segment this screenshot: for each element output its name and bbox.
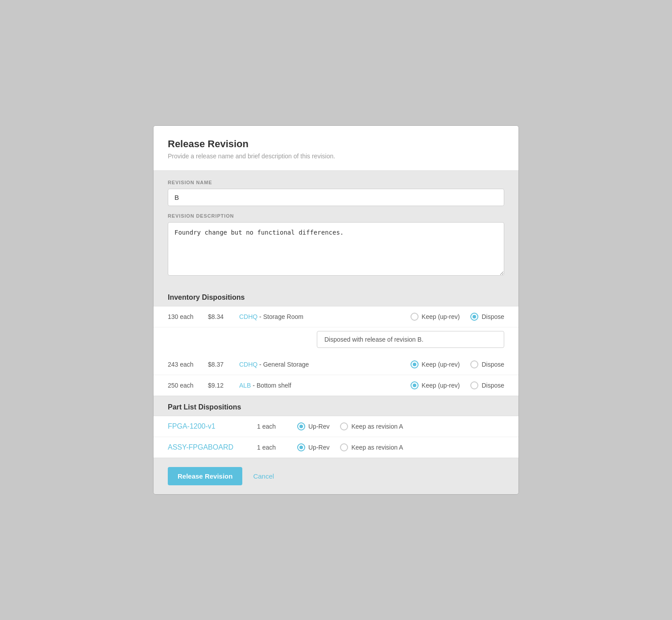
inventory-location-3: ALB - Bottom shelf [239, 382, 402, 389]
modal-subtitle: Provide a release name and brief descrip… [168, 153, 504, 160]
partlist-table: FPGA-1200-v1 1 each Up-Rev Keep as revis… [153, 416, 519, 458]
dispose-note-box-1: Disposed with release of revision B. [317, 331, 504, 348]
revision-name-input[interactable] [168, 189, 504, 206]
inventory-radio-group-1: Keep (up-rev) Dispose [411, 313, 504, 321]
inventory-price-3: $9.12 [208, 382, 239, 389]
form-section: REVISION NAME REVISION DESCRIPTION Found… [153, 171, 519, 286]
list-item: ASSY-FPGABOARD 1 each Up-Rev Keep as rev… [153, 437, 519, 458]
inventory-qty-3: 250 each [168, 382, 208, 389]
inventory-location-1: CDHQ - Storage Room [239, 313, 402, 320]
part-name-1: FPGA-1200-v1 [168, 422, 257, 430]
part-options-1: Up-Rev Keep as revision A [297, 422, 504, 430]
keep-label-1: Keep (up-rev) [422, 313, 460, 320]
dispose-option-1[interactable]: Dispose [470, 313, 504, 321]
keep-label-2: Keep (up-rev) [422, 361, 460, 368]
keep-radio-circle-3[interactable] [411, 381, 419, 389]
part-qty-2: 1 each [257, 444, 297, 451]
keep-revision-label-1: Keep as revision A [351, 423, 403, 430]
footer-section: Release Revision Cancel [153, 458, 519, 494]
inventory-radio-group-2: Keep (up-rev) Dispose [411, 360, 504, 368]
table-row: 250 each $9.12 ALB - Bottom shelf Keep (… [153, 375, 519, 396]
modal-title: Release Revision [168, 138, 504, 150]
table-row: 130 each $8.34 CDHQ - Storage Room Keep … [153, 306, 519, 327]
part-options-2: Up-Rev Keep as revision A [297, 443, 504, 451]
uprev-radio-circle-1[interactable] [297, 422, 305, 430]
dispose-label-3: Dispose [481, 382, 504, 389]
location-rest-3: - Bottom shelf [251, 382, 291, 389]
table-row: 243 each $8.37 CDHQ - General Storage Ke… [153, 354, 519, 375]
dispose-radio-circle-1[interactable] [470, 313, 478, 321]
keep-radio-circle-1[interactable] [411, 313, 419, 321]
inventory-price-2: $8.37 [208, 361, 239, 368]
revision-description-label: REVISION DESCRIPTION [168, 213, 504, 219]
uprev-option-2[interactable]: Up-Rev [297, 443, 329, 451]
uprev-label-2: Up-Rev [308, 444, 329, 451]
cancel-button[interactable]: Cancel [249, 467, 278, 485]
part-name-2: ASSY-FPGABOARD [168, 443, 257, 451]
revision-name-label: REVISION NAME [168, 180, 504, 185]
part-link-1[interactable]: FPGA-1200-v1 [168, 422, 216, 430]
revision-description-textarea[interactable]: Foundry change but no functional differe… [168, 222, 504, 276]
partlist-section-title: Part List Dispositions [153, 396, 519, 416]
part-link-2[interactable]: ASSY-FPGABOARD [168, 443, 233, 451]
inventory-location-2: CDHQ - General Storage [239, 361, 402, 368]
dispose-note-row-1: Disposed with release of revision B. [153, 327, 519, 354]
uprev-label-1: Up-Rev [308, 423, 329, 430]
dispose-label-1: Dispose [481, 313, 504, 320]
inventory-qty-2: 243 each [168, 361, 208, 368]
location-link-1[interactable]: CDHQ [239, 313, 257, 320]
location-rest-1: - Storage Room [257, 313, 303, 320]
location-link-3[interactable]: ALB [239, 382, 251, 389]
release-revision-button[interactable]: Release Revision [168, 467, 242, 485]
keep-revision-option-2[interactable]: Keep as revision A [340, 443, 403, 451]
header-section: Release Revision Provide a release name … [153, 126, 519, 171]
keep-option-2[interactable]: Keep (up-rev) [411, 360, 460, 368]
keep-revision-radio-circle-2[interactable] [340, 443, 348, 451]
inventory-radio-group-3: Keep (up-rev) Dispose [411, 381, 504, 389]
keep-revision-label-2: Keep as revision A [351, 444, 403, 451]
dispose-option-3[interactable]: Dispose [470, 381, 504, 389]
dispose-label-2: Dispose [481, 361, 504, 368]
keep-revision-option-1[interactable]: Keep as revision A [340, 422, 403, 430]
keep-label-3: Keep (up-rev) [422, 382, 460, 389]
inventory-section-title: Inventory Dispositions [153, 286, 519, 306]
list-item: FPGA-1200-v1 1 each Up-Rev Keep as revis… [153, 416, 519, 437]
dispose-radio-circle-3[interactable] [470, 381, 478, 389]
dispose-radio-circle-2[interactable] [470, 360, 478, 368]
inventory-price-1: $8.34 [208, 313, 239, 320]
inventory-dispositions-table: 130 each $8.34 CDHQ - Storage Room Keep … [153, 306, 519, 396]
dispose-option-2[interactable]: Dispose [470, 360, 504, 368]
keep-radio-circle-2[interactable] [411, 360, 419, 368]
inventory-qty-1: 130 each [168, 313, 208, 320]
uprev-radio-circle-2[interactable] [297, 443, 305, 451]
location-link-2[interactable]: CDHQ [239, 361, 257, 368]
modal-container: Release Revision Provide a release name … [153, 125, 519, 495]
location-rest-2: - General Storage [257, 361, 309, 368]
keep-option-1[interactable]: Keep (up-rev) [411, 313, 460, 321]
keep-option-3[interactable]: Keep (up-rev) [411, 381, 460, 389]
keep-revision-radio-circle-1[interactable] [340, 422, 348, 430]
uprev-option-1[interactable]: Up-Rev [297, 422, 329, 430]
part-qty-1: 1 each [257, 423, 297, 430]
